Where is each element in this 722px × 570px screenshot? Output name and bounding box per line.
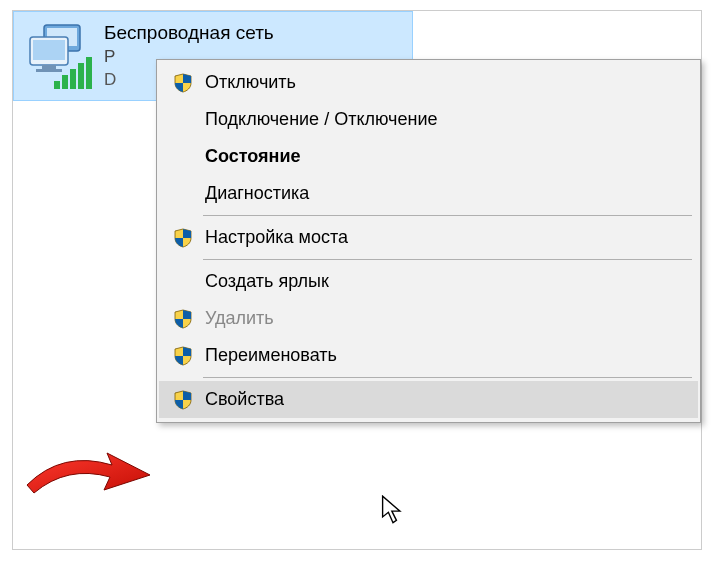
menu-item-create-shortcut[interactable]: Создать ярлык <box>159 263 698 300</box>
svg-rect-3 <box>33 40 65 60</box>
network-connections-window: Беспроводная сеть P D Отключить Подключе… <box>12 10 702 550</box>
menu-separator <box>203 215 692 216</box>
svg-rect-6 <box>54 81 60 89</box>
svg-rect-7 <box>62 75 68 89</box>
menu-item-delete: Удалить <box>159 300 698 337</box>
menu-item-rename[interactable]: Переименовать <box>159 337 698 374</box>
svg-rect-9 <box>78 63 84 89</box>
uac-shield-icon <box>169 73 197 93</box>
menu-label: Подключение / Отключение <box>205 109 437 130</box>
menu-label: Настройка моста <box>205 227 348 248</box>
uac-shield-icon <box>169 228 197 248</box>
menu-separator <box>203 377 692 378</box>
context-menu: Отключить Подключение / Отключение Состо… <box>156 59 701 423</box>
svg-rect-10 <box>86 57 92 89</box>
svg-rect-5 <box>36 69 62 72</box>
menu-label: Диагностика <box>205 183 309 204</box>
menu-item-connect-disconnect[interactable]: Подключение / Отключение <box>159 101 698 138</box>
menu-label: Создать ярлык <box>205 271 329 292</box>
menu-label: Состояние <box>205 146 301 167</box>
svg-rect-8 <box>70 69 76 89</box>
menu-label: Отключить <box>205 72 296 93</box>
uac-shield-icon <box>169 309 197 329</box>
menu-label: Переименовать <box>205 345 337 366</box>
menu-separator <box>203 259 692 260</box>
menu-label: Удалить <box>205 308 274 329</box>
network-adapter-icon <box>24 21 94 91</box>
menu-item-bridge[interactable]: Настройка моста <box>159 219 698 256</box>
menu-item-status[interactable]: Состояние <box>159 138 698 175</box>
menu-item-disable[interactable]: Отключить <box>159 64 698 101</box>
menu-label: Свойства <box>205 389 284 410</box>
svg-rect-4 <box>42 65 56 69</box>
menu-item-diagnostics[interactable]: Диагностика <box>159 175 698 212</box>
menu-item-properties[interactable]: Свойства <box>159 381 698 418</box>
adapter-title: Беспроводная сеть <box>104 20 274 46</box>
uac-shield-icon <box>169 346 197 366</box>
uac-shield-icon <box>169 390 197 410</box>
